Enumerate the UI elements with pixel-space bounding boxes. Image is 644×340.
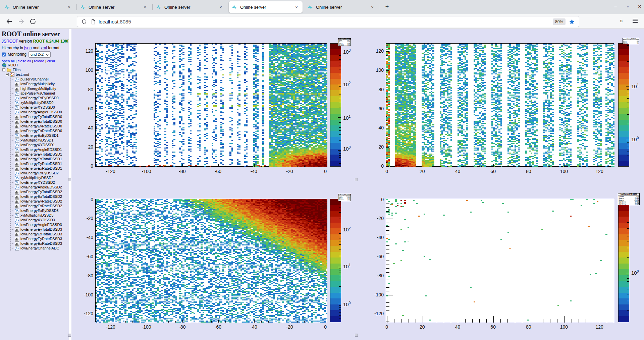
- monitoring-checkbox[interactable]: [2, 52, 6, 57]
- colorbar-minor-tick: [627, 236, 629, 236]
- url-text[interactable]: localhost:8085: [99, 19, 553, 24]
- th1-histogram-icon: [15, 87, 19, 91]
- back-button[interactable]: [5, 17, 13, 25]
- grid-resize-handle[interactable]: [68, 178, 71, 181]
- shield-icon[interactable]: [81, 19, 87, 25]
- browser-tab[interactable]: Online server×: [305, 1, 378, 13]
- colorbar-minor-tick: [339, 271, 341, 271]
- plot-bottom-right-colorbar[interactable]: [618, 199, 629, 322]
- x-axis-tick-label: 120: [591, 169, 607, 174]
- app-menu-button[interactable]: [633, 19, 638, 24]
- bookmark-star-icon[interactable]: [569, 19, 575, 25]
- colorbar-minor-tick: [627, 55, 629, 55]
- colorbar-minor-tick: [339, 273, 341, 273]
- page-info-icon[interactable]: [91, 19, 96, 24]
- browser-tab[interactable]: Online server×: [229, 1, 303, 13]
- x-axis-tick-label: -60: [210, 169, 226, 174]
- colorbar-minor-tick: [627, 103, 629, 103]
- x-axis-tick-label: 100: [556, 324, 572, 330]
- url-host: localhost: [99, 19, 118, 24]
- monitoring-label: Monitoring: [8, 52, 26, 57]
- tree-guide-line: [10, 74, 11, 250]
- colorbar-minor-tick: [627, 98, 629, 99]
- plot-top-left[interactable]: [95, 43, 327, 167]
- plot-bottom-left-colorbar[interactable]: [330, 199, 341, 322]
- colorbar-tick: [626, 87, 629, 87]
- jsroot-favicon: [232, 5, 237, 9]
- th1-histogram-icon: [15, 157, 19, 161]
- tab-close-icon[interactable]: ×: [217, 5, 224, 10]
- x-axis-tick-label: 0: [317, 169, 333, 174]
- colorbar-minor-tick: [627, 232, 629, 232]
- plot-top-left-stats[interactable]: lowEnergyExEyDSSD0Entries41677Mean x-32.…: [338, 38, 351, 46]
- browser-tab[interactable]: Online server×: [1, 1, 75, 13]
- tab-close-icon[interactable]: ×: [369, 5, 376, 10]
- plot-top-right-colorbar[interactable]: [618, 43, 629, 167]
- colorbar-minor-tick: [627, 310, 629, 310]
- grid-resize-handle[interactable]: [68, 334, 71, 337]
- plot-top-right-stats[interactable]: lowEnergyXYDSSD0Entries5120Mean x38.2Mea…: [623, 38, 639, 44]
- th2-histogram-icon: [15, 96, 19, 100]
- th1-histogram-icon: [15, 152, 19, 157]
- json-link[interactable]: json: [24, 46, 32, 50]
- tree-collapse-icon[interactable]: [2, 68, 5, 71]
- url-bar[interactable]: localhost:8085 80%: [77, 16, 579, 27]
- tab-close-icon[interactable]: ×: [66, 5, 72, 10]
- colorbar-minor-tick: [339, 269, 341, 269]
- th1-histogram-icon: [15, 194, 19, 199]
- colorbar-minor-tick: [339, 315, 341, 316]
- xml-link[interactable]: xml: [41, 46, 47, 50]
- tree-collapse-icon[interactable]: [6, 73, 9, 76]
- jsroot-link[interactable]: JSROOT: [2, 39, 18, 44]
- th2-histogram-icon: [15, 246, 19, 250]
- maximize-button[interactable]: ▫: [624, 4, 632, 9]
- colorbar-decade-label: 100: [631, 270, 639, 276]
- plot-bottom-left[interactable]: [95, 199, 327, 322]
- plot-top-left-canvas[interactable]: [96, 44, 327, 167]
- plot-top-left-colorbar[interactable]: [330, 43, 341, 167]
- x-axis-tick-label: 60: [485, 324, 501, 330]
- colorbar-tick: [338, 150, 341, 151]
- plot-bottom-left-stats[interactable]: lowEnergyExEyDSSD3Entries215040Mean x-28…: [338, 194, 351, 201]
- plot-bottom-right[interactable]: [386, 199, 614, 322]
- y-axis-tick-label: 0: [367, 163, 384, 169]
- browser-tab[interactable]: Online server×: [77, 1, 151, 13]
- grid-resize-handle[interactable]: [355, 334, 358, 337]
- sidebar-divider[interactable]: [69, 29, 71, 340]
- reload-button[interactable]: [29, 17, 37, 25]
- tab-close-icon[interactable]: ×: [142, 5, 148, 10]
- zoom-level-badge[interactable]: 80%: [553, 18, 566, 25]
- close-button[interactable]: ✕: [636, 4, 643, 9]
- browser-tab[interactable]: Online server×: [153, 1, 227, 13]
- colorbar-minor-tick: [627, 152, 629, 152]
- colorbar-minor-tick: [627, 142, 629, 143]
- jsroot-favicon: [156, 5, 162, 9]
- y-axis-tick-label: -40: [367, 235, 384, 240]
- minimize-button[interactable]: –: [612, 4, 619, 9]
- x-axis-tick-label: 40: [449, 169, 466, 174]
- x-axis-tick-label: 0: [379, 324, 395, 330]
- colorbar-minor-tick: [339, 86, 341, 87]
- colorbar-tick: [626, 140, 629, 140]
- th2-histogram-icon: [15, 148, 19, 152]
- x-axis-tick-label: 80: [521, 324, 537, 330]
- layout-select[interactable]: grid 2x2: [29, 51, 51, 58]
- forward-button[interactable]: [17, 17, 25, 25]
- colorbar-minor-tick: [627, 50, 629, 50]
- tree-root-node[interactable]: ROOT: [0, 63, 69, 67]
- plot-bottom-right-canvas[interactable]: [386, 199, 614, 323]
- plot-top-right-canvas[interactable]: [386, 44, 614, 167]
- th2-histogram-icon: [15, 213, 19, 218]
- tree-files-node[interactable]: Files: [0, 67, 69, 72]
- colorbar-minor-tick: [339, 212, 341, 213]
- colorbar-minor-tick: [627, 89, 629, 90]
- overflow-menu-button[interactable]: »: [620, 18, 623, 24]
- colorbar-minor-tick: [627, 294, 629, 294]
- tab-close-icon[interactable]: ×: [293, 5, 300, 10]
- plot-top-right[interactable]: [386, 43, 614, 167]
- plot-bottom-right-stats[interactable]: lowEnergyXYDSSD3Entries128Mean x20.12Mea…: [618, 193, 640, 205]
- plot-bottom-left-canvas[interactable]: [96, 199, 327, 323]
- x-axis-tick-label: -20: [281, 324, 298, 330]
- grid-resize-handle[interactable]: [355, 178, 358, 181]
- new-tab-button[interactable]: +: [383, 3, 391, 11]
